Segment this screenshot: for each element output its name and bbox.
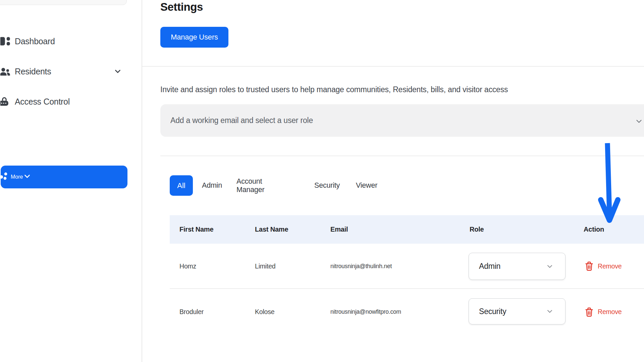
sidebar-top-widget[interactable] — [0, 0, 127, 5]
sidebar-item-residents[interactable]: Residents — [0, 62, 127, 81]
users-table-header: First Name Last Name Email Role Action — [170, 215, 644, 244]
chevron-down-icon — [23, 172, 32, 182]
lock-icon — [0, 97, 10, 107]
sidebar-item-label: Residents — [15, 67, 51, 76]
trash-icon — [584, 306, 594, 318]
add-user-dropdown[interactable]: Add a working email and select a user ro… — [160, 104, 644, 137]
remove-user-button[interactable]: Remove — [584, 244, 622, 289]
dashboard-icon — [0, 36, 10, 46]
first-name-cell: Broduler — [179, 289, 204, 335]
add-user-dropdown-placeholder: Add a working email and select a user ro… — [170, 116, 313, 125]
sidebar-item-label: Access Control — [15, 97, 70, 107]
tab-all[interactable]: All — [170, 175, 193, 196]
chevron-down-icon — [546, 262, 554, 270]
email-cell: nitrousninja@nowfitpro.com — [330, 289, 401, 335]
people-icon — [0, 66, 10, 76]
role-select[interactable]: Admin — [469, 253, 566, 280]
sidebar-item-dashboard[interactable]: Dashboard — [0, 32, 127, 51]
section-divider — [142, 66, 644, 67]
last-name-cell: Limited — [255, 244, 275, 289]
sidebar-item-access-control[interactable]: Access Control — [0, 92, 127, 111]
role-select-value: Admin — [479, 262, 500, 271]
column-header-first-name: First Name — [179, 215, 213, 244]
trash-icon — [584, 260, 594, 272]
tab-admin[interactable]: Admin — [202, 175, 222, 196]
remove-user-button[interactable]: Remove — [584, 289, 622, 335]
table-row: Broduler Kolose nitrousninja@nowfitpro.c… — [170, 289, 644, 335]
main-content: Settings Manage Users Invite and assign … — [142, 0, 644, 362]
sidebar-item-label: Dashboard — [15, 37, 55, 46]
invite-description: Invite and assign roles to trusted users… — [160, 85, 508, 94]
email-cell: nitrousninja@thulinh.net — [330, 244, 392, 289]
chevron-down-icon — [113, 67, 122, 76]
chevron-down-icon — [635, 117, 643, 126]
table-row: Homz Limited nitrousninja@thulinh.net Ad… — [170, 244, 644, 289]
tab-security[interactable]: Security — [314, 175, 340, 196]
tab-account-manager[interactable]: Account Manager — [236, 175, 264, 196]
sidebar-item-label: More — [11, 174, 23, 180]
column-header-action: Action — [584, 215, 604, 244]
column-header-email: Email — [330, 215, 348, 244]
tab-viewer[interactable]: Viewer — [356, 175, 377, 196]
remove-label: Remove — [598, 262, 622, 270]
remove-label: Remove — [598, 308, 622, 316]
first-name-cell: Homz — [179, 244, 196, 289]
role-select-value: Security — [479, 307, 506, 316]
dots-cluster-icon — [1, 171, 11, 183]
section-divider — [160, 156, 644, 156]
last-name-cell: Kolose — [255, 289, 274, 335]
sidebar: Dashboard Residents — [0, 0, 142, 362]
settings-page: Dashboard Residents — [0, 0, 644, 362]
manage-users-button[interactable]: Manage Users — [160, 27, 228, 48]
role-select[interactable]: Security — [469, 298, 566, 324]
column-header-last-name: Last Name — [255, 215, 288, 244]
chevron-down-icon — [546, 307, 554, 315]
column-header-role: Role — [470, 215, 484, 244]
page-title: Settings — [160, 1, 203, 13]
sidebar-item-more[interactable]: More — [1, 166, 127, 188]
